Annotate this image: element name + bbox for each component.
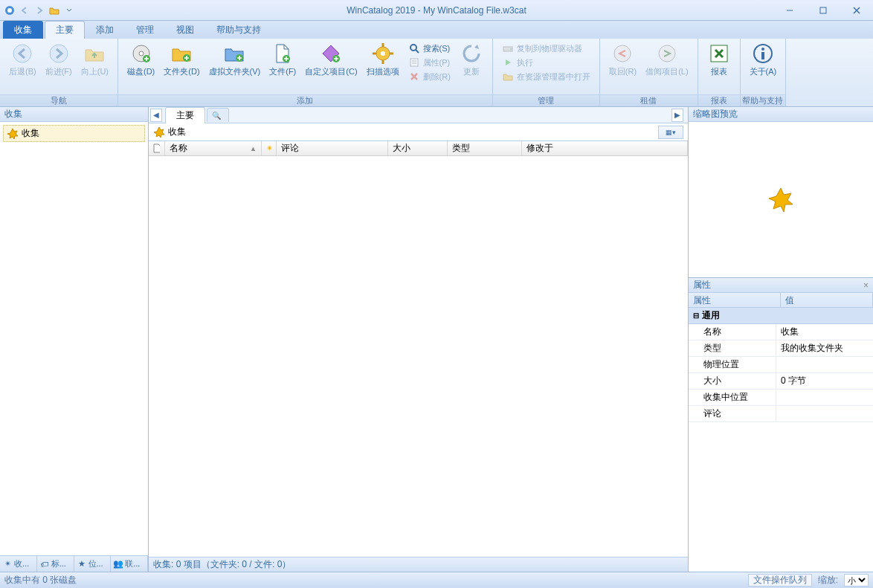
file-queue-button[interactable]: 文件操作队列 xyxy=(748,574,812,587)
up-button[interactable]: 向上(U) xyxy=(77,40,113,77)
col-size[interactable]: 大小 xyxy=(388,141,448,155)
btab-collect[interactable]: ✴收... xyxy=(0,556,37,572)
prop-row: 名称收集 xyxy=(689,324,873,340)
add-vfolder-button[interactable]: 虚拟文件夹(V) xyxy=(204,40,265,77)
svg-point-7 xyxy=(139,51,144,56)
prop-row: 大小0 字节 xyxy=(689,373,873,390)
search-icon xyxy=(408,42,420,54)
prop-category-general[interactable]: ⊟通用 xyxy=(689,308,873,324)
qat-forward-icon[interactable] xyxy=(33,4,46,17)
star-burst-icon xyxy=(153,126,165,138)
properties-icon xyxy=(408,56,420,68)
add-custom-button[interactable]: 自定义项目(C) xyxy=(300,40,361,77)
add-folder-button[interactable]: 文件夹(D) xyxy=(159,40,204,77)
explorer-icon xyxy=(502,71,514,83)
prop-row: 收集中位置 xyxy=(689,390,873,406)
svg-line-20 xyxy=(416,50,419,53)
ribbon-group-help: 关于(A) 帮助与支持 xyxy=(741,39,787,106)
back-arrow-icon xyxy=(10,42,34,65)
tab-add[interactable]: 添加 xyxy=(85,21,125,39)
tab-scroll-left[interactable]: ◀ xyxy=(150,109,162,122)
svg-rect-3 xyxy=(820,7,826,13)
qat-dropdown-icon[interactable] xyxy=(62,4,76,17)
qat-folder-icon[interactable] xyxy=(48,4,61,17)
tab-collect[interactable]: 收集 xyxy=(3,21,43,39)
prop-col-header: 属性 值 xyxy=(689,293,873,308)
thumbnail-pane: 缩略图预览 xyxy=(689,107,873,278)
prop-colhead-key[interactable]: 属性 xyxy=(689,293,781,307)
window-title: WinCatalog 2019 - My WinCatalog File.w3c… xyxy=(347,5,526,16)
delete-button[interactable]: 删除(R) xyxy=(405,70,454,83)
forward-button[interactable]: 前进(F) xyxy=(41,40,77,77)
open-explorer-button[interactable]: 在资源管理器中打开 xyxy=(499,70,593,83)
ribbon-group-label: 报表 xyxy=(698,94,740,106)
ribbon-group-label: 导航 xyxy=(0,94,117,106)
virtual-folder-icon xyxy=(222,42,246,65)
property-grid[interactable]: 属性 值 ⊟通用 名称收集 类型我的收集文件夹 物理位置 大小0 字节 收集中位… xyxy=(689,293,873,572)
search-button[interactable]: 搜索(S) xyxy=(405,42,454,55)
ribbon-group-label: 租借 xyxy=(600,94,698,106)
col-icon[interactable] xyxy=(149,141,165,155)
recall-button[interactable]: 取回(R) xyxy=(605,40,641,77)
tab-manage[interactable]: 管理 xyxy=(125,21,165,39)
col-comment[interactable]: 评论 xyxy=(277,141,388,155)
center-tabs: ◀ 主要 🔍 ▶ xyxy=(149,107,688,123)
copy-to-drive-button[interactable]: 复制到物理驱动器 xyxy=(499,42,593,55)
btab-contacts[interactable]: 👥联... xyxy=(111,556,148,572)
collection-tree[interactable]: 收集 xyxy=(0,122,148,555)
refresh-icon xyxy=(460,42,483,65)
close-button[interactable] xyxy=(840,0,873,21)
svg-point-4 xyxy=(13,45,31,62)
prop-row: 物理位置 xyxy=(689,357,873,373)
view-mode-switch[interactable]: ▦▾ xyxy=(658,126,683,139)
star-burst-icon: ✴ xyxy=(2,559,13,569)
svg-rect-21 xyxy=(410,59,418,66)
ribbon-group-rent: 取回(R) 借阅项目(L) 租借 xyxy=(600,39,698,106)
minimize-button[interactable] xyxy=(773,0,806,21)
add-disk-button[interactable]: 磁盘(D) xyxy=(123,40,159,77)
prop-colhead-val[interactable]: 值 xyxy=(781,293,873,307)
spreadsheet-icon xyxy=(707,42,731,65)
close-pane-icon[interactable]: × xyxy=(863,280,869,291)
col-star[interactable]: ✴ xyxy=(262,141,277,155)
maximize-button[interactable] xyxy=(806,0,840,21)
tree-root-item[interactable]: 收集 xyxy=(3,125,145,142)
main-area: 收集 收集 ✴收... 🏷标... ★位... 👥联... ◀ 主要 🔍 ▶ 收… xyxy=(0,107,873,572)
borrow-button[interactable]: 借阅项目(L) xyxy=(641,40,692,77)
col-modified[interactable]: 修改于 xyxy=(522,141,688,155)
zoom-select[interactable]: 小 xyxy=(844,574,869,587)
breadcrumb-bar: 收集 ▦▾ xyxy=(149,123,688,141)
center-tab-main[interactable]: 主要 xyxy=(165,107,205,123)
qat-back-icon[interactable] xyxy=(18,4,31,17)
center-status: 收集: 0 项目（文件夹: 0 / 文件: 0） xyxy=(149,557,688,572)
breadcrumb-text[interactable]: 收集 xyxy=(168,126,186,138)
left-bottom-tabs: ✴收... 🏷标... ★位... 👥联... xyxy=(0,555,148,572)
tab-view[interactable]: 视图 xyxy=(165,21,205,39)
ribbon-group-manage: 复制到物理驱动器 执行 在资源管理器中打开 管理 xyxy=(493,39,600,106)
grid-body[interactable] xyxy=(149,156,688,557)
properties-button[interactable]: 属性(P) xyxy=(405,56,454,69)
back-button[interactable]: 后退(B) xyxy=(4,40,41,77)
scan-options-button[interactable]: 扫描选项 xyxy=(362,40,404,77)
tag-icon: 🏷 xyxy=(39,559,50,569)
btab-favorites[interactable]: ★位... xyxy=(74,556,112,572)
tab-main[interactable]: 主要 xyxy=(45,21,85,39)
quick-access-toolbar xyxy=(0,4,79,17)
col-type[interactable]: 类型 xyxy=(448,141,522,155)
star-burst-icon: ✴ xyxy=(266,143,273,153)
zoom-label: 缩放: xyxy=(818,574,838,587)
play-icon xyxy=(502,56,514,68)
center-tab-search[interactable]: 🔍 xyxy=(207,108,229,122)
btab-tags[interactable]: 🏷标... xyxy=(37,556,74,572)
app-icon[interactable] xyxy=(3,4,16,17)
tab-scroll-right[interactable]: ▶ xyxy=(671,109,683,122)
svg-point-30 xyxy=(761,48,764,51)
execute-button[interactable]: 执行 xyxy=(499,56,593,69)
add-file-button[interactable]: 文件(F) xyxy=(265,40,300,77)
report-button[interactable]: 报表 xyxy=(703,40,735,77)
about-button[interactable]: 关于(A) xyxy=(745,40,782,77)
tab-help[interactable]: 帮助与支持 xyxy=(205,21,272,39)
star-burst-icon xyxy=(767,187,794,213)
col-name[interactable]: 名称▲ xyxy=(165,141,262,155)
update-button[interactable]: 更新 xyxy=(455,40,488,77)
